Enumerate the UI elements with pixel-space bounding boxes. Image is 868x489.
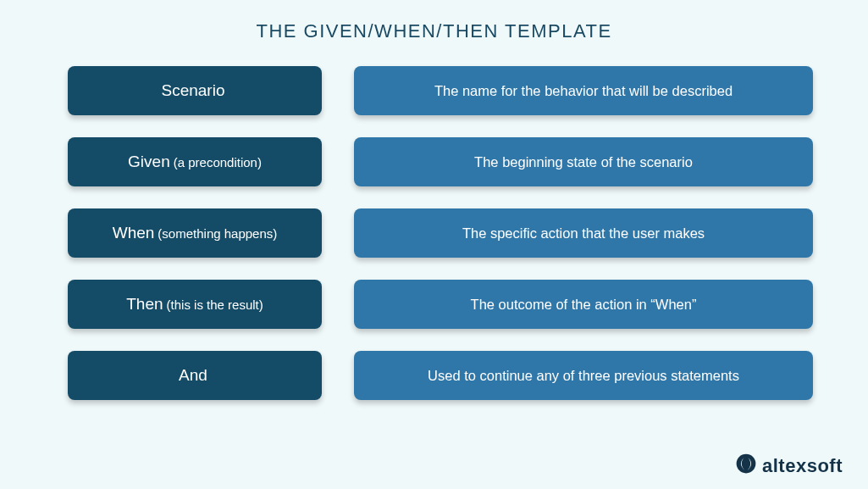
desc-box: The specific action that the user makes — [354, 208, 813, 258]
keyword-sub: (a precondition) — [174, 155, 262, 169]
keyword-box-when: When (something happens) — [68, 208, 322, 258]
desc-text: The specific action that the user makes — [462, 225, 705, 242]
template-row: Then (this is the result) The outcome of… — [68, 280, 813, 329]
keyword-label: And — [179, 366, 207, 385]
keyword-label: Then — [126, 295, 163, 314]
desc-text: The outcome of the action in “When” — [471, 297, 697, 313]
keyword-box-scenario: Scenario — [68, 66, 322, 115]
keyword-box-and: And — [68, 351, 322, 400]
desc-text: The beginning state of the scenario — [474, 154, 693, 170]
keyword-box-given: Given (a precondition) — [68, 137, 322, 186]
desc-box: The outcome of the action in “When” — [354, 280, 813, 329]
keyword-label: When — [113, 224, 155, 242]
keyword-label: Scenario — [162, 81, 225, 100]
desc-box: Used to continue any of three previous s… — [354, 351, 813, 400]
desc-text: Used to continue any of three previous s… — [428, 368, 739, 384]
keyword-sub: (something happens) — [158, 226, 277, 241]
keyword-sub: (this is the result) — [167, 297, 263, 312]
altexsoft-icon — [734, 452, 758, 481]
brand-logo: altexsoft — [734, 452, 843, 481]
template-row: And Used to continue any of three previo… — [68, 351, 813, 400]
page-title: THE GIVEN/WHEN/THEN TEMPLATE — [0, 0, 868, 58]
keyword-box-then: Then (this is the result) — [68, 280, 322, 329]
template-row: Scenario The name for the behavior that … — [68, 66, 813, 115]
desc-text: The name for the behavior that will be d… — [434, 83, 733, 99]
desc-box: The name for the behavior that will be d… — [354, 66, 813, 115]
svg-point-0 — [737, 454, 756, 474]
desc-box: The beginning state of the scenario — [354, 137, 813, 186]
template-row: When (something happens) The specific ac… — [68, 208, 813, 258]
brand-name: altexsoft — [762, 455, 843, 477]
keyword-label: Given — [128, 153, 170, 171]
template-grid: Scenario The name for the behavior that … — [0, 58, 868, 400]
template-row: Given (a precondition) The beginning sta… — [68, 137, 813, 186]
